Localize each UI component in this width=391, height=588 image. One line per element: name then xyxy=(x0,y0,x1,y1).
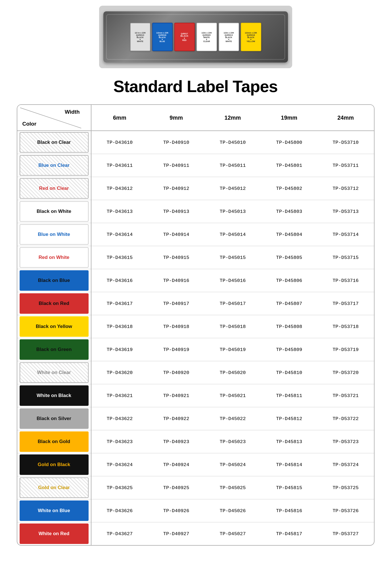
color-swatch: Black on Red xyxy=(20,293,89,314)
product-code: TP-D45813 xyxy=(261,430,317,453)
product-code: TP-D45817 xyxy=(261,522,317,545)
product-code: TP-D40925 xyxy=(148,476,204,499)
product-code: TP-D43613 xyxy=(91,200,148,223)
product-code: TP-D40918 xyxy=(148,315,204,338)
color-swatch: Black on Yellow xyxy=(20,316,89,337)
product-code: TP-D43622 xyxy=(91,407,148,430)
table-row: White on BlackTP-D43621TP-D40921TP-D4502… xyxy=(17,384,374,407)
product-code: TP-D45017 xyxy=(204,292,261,315)
color-label: Color xyxy=(22,121,37,127)
product-code: TP-D45010 xyxy=(204,131,261,154)
color-cell: Black on Yellow xyxy=(17,315,91,338)
product-image: 1/2 in x 23ft Q45013 BLACK ▼ WHITE 1/2mm… xyxy=(99,6,292,68)
product-code: TP-D45023 xyxy=(204,430,261,453)
product-code: TP-D40910 xyxy=(148,131,204,154)
color-cell: Black on Clear xyxy=(17,131,91,154)
product-code: TP-D40911 xyxy=(148,154,204,177)
color-cell: White on Red xyxy=(17,522,91,545)
product-code: TP-D43617 xyxy=(91,292,148,315)
table-row: Black on ClearTP-D43610TP-D40910TP-D4501… xyxy=(17,131,374,154)
color-swatch: Black on Blue xyxy=(20,270,89,291)
product-code: TP-D43621 xyxy=(91,384,148,407)
product-code: TP-D53719 xyxy=(317,338,374,361)
product-code: TP-D45816 xyxy=(261,499,317,522)
color-cell: White on Blue xyxy=(17,499,91,522)
header-24mm: 24mm xyxy=(317,105,374,131)
color-swatch: White on Black xyxy=(20,385,89,406)
product-code: TP-D43618 xyxy=(91,315,148,338)
product-code: TP-D45814 xyxy=(261,453,317,476)
product-code: TP-D45807 xyxy=(261,292,317,315)
product-code: TP-D45013 xyxy=(204,200,261,223)
product-code: TP-D43611 xyxy=(91,154,148,177)
product-code: TP-D45019 xyxy=(204,338,261,361)
color-cell: Black on Blue xyxy=(17,269,91,292)
color-swatch: Blue on White xyxy=(20,224,89,245)
table-row: Gold on ClearTP-D43625TP-D40925TP-D45025… xyxy=(17,476,374,499)
product-code: TP-D45805 xyxy=(261,246,317,269)
product-code: TP-D45012 xyxy=(204,177,261,200)
product-code: TP-D45801 xyxy=(261,154,317,177)
product-code: TP-D43616 xyxy=(91,269,148,292)
table-row: Black on GreenTP-D43619TP-D40919TP-D4501… xyxy=(17,338,374,361)
product-code: TP-D45806 xyxy=(261,269,317,292)
table-row: Black on GoldTP-D43623TP-D40923TP-D45023… xyxy=(17,430,374,453)
table-row: Blue on WhiteTP-D43614TP-D40914TP-D45014… xyxy=(17,223,374,246)
product-table-wrapper: Width Color 6mm 9mm 12mm 19mm 24mm Black… xyxy=(17,104,375,546)
header-corner-cell: Width Color xyxy=(17,105,91,131)
width-label: Width xyxy=(65,109,80,115)
product-code: TP-D40922 xyxy=(148,407,204,430)
color-swatch: Red on Clear xyxy=(20,178,89,199)
color-cell: Black on Silver xyxy=(17,407,91,430)
table-row: Black on WhiteTP-D43613TP-D40913TP-D4501… xyxy=(17,200,374,223)
product-code: TP-D45811 xyxy=(261,384,317,407)
table-header-row: Width Color 6mm 9mm 12mm 19mm 24mm xyxy=(17,105,374,131)
color-swatch: Black on Clear xyxy=(20,132,89,153)
product-code: TP-D45808 xyxy=(261,315,317,338)
color-cell: Red on Clear xyxy=(17,177,91,200)
product-code: TP-D53725 xyxy=(317,476,374,499)
product-code: TP-D53727 xyxy=(317,522,374,545)
color-cell: Black on Gold xyxy=(17,430,91,453)
color-swatch: Blue on Clear xyxy=(20,155,89,176)
product-code: TP-D53722 xyxy=(317,407,374,430)
product-code: TP-D40926 xyxy=(148,499,204,522)
color-cell: Gold on Black xyxy=(17,453,91,476)
product-code: TP-D45016 xyxy=(204,269,261,292)
product-code: TP-D45021 xyxy=(204,384,261,407)
product-code: TP-D40913 xyxy=(148,200,204,223)
product-code: TP-D45812 xyxy=(261,407,317,430)
product-code: TP-D43624 xyxy=(91,453,148,476)
table-row: White on BlueTP-D43626TP-D40926TP-D45026… xyxy=(17,499,374,522)
table-row: Blue on ClearTP-D43611TP-D40911TP-D45011… xyxy=(17,154,374,177)
tape-visual: 1/2 in x 23ft Q45013 BLACK ▼ WHITE 1/2mm… xyxy=(103,11,288,63)
product-code: TP-D43615 xyxy=(91,246,148,269)
product-code: TP-D53723 xyxy=(317,430,374,453)
color-swatch: White on Blue xyxy=(20,500,89,521)
color-swatch: White on Clear xyxy=(20,362,89,383)
color-cell: White on Black xyxy=(17,384,91,407)
product-code: TP-D45800 xyxy=(261,131,317,154)
header-12mm: 12mm xyxy=(204,105,261,131)
product-code: TP-D53716 xyxy=(317,269,374,292)
color-cell: Black on White xyxy=(17,200,91,223)
product-code: TP-D45011 xyxy=(204,154,261,177)
table-row: Red on ClearTP-D43612TP-D40912TP-D45012T… xyxy=(17,177,374,200)
product-code: TP-D43623 xyxy=(91,430,148,453)
product-code: TP-D45803 xyxy=(261,200,317,223)
product-code: TP-D45024 xyxy=(204,453,261,476)
table-row: Black on YellowTP-D43618TP-D40918TP-D450… xyxy=(17,315,374,338)
product-code: TP-D40927 xyxy=(148,522,204,545)
color-cell: Blue on Clear xyxy=(17,154,91,177)
product-code: TP-D53718 xyxy=(317,315,374,338)
color-swatch: Red on White xyxy=(20,247,89,268)
product-code: TP-D45018 xyxy=(204,315,261,338)
table-row: Gold on BlackTP-D43624TP-D40924TP-D45024… xyxy=(17,453,374,476)
product-code: TP-D45815 xyxy=(261,476,317,499)
product-code: TP-D40923 xyxy=(148,430,204,453)
product-code: TP-D53726 xyxy=(317,499,374,522)
product-code: TP-D40924 xyxy=(148,453,204,476)
product-code: TP-D43610 xyxy=(91,131,148,154)
product-code: TP-D53713 xyxy=(317,200,374,223)
product-code: TP-D45809 xyxy=(261,338,317,361)
